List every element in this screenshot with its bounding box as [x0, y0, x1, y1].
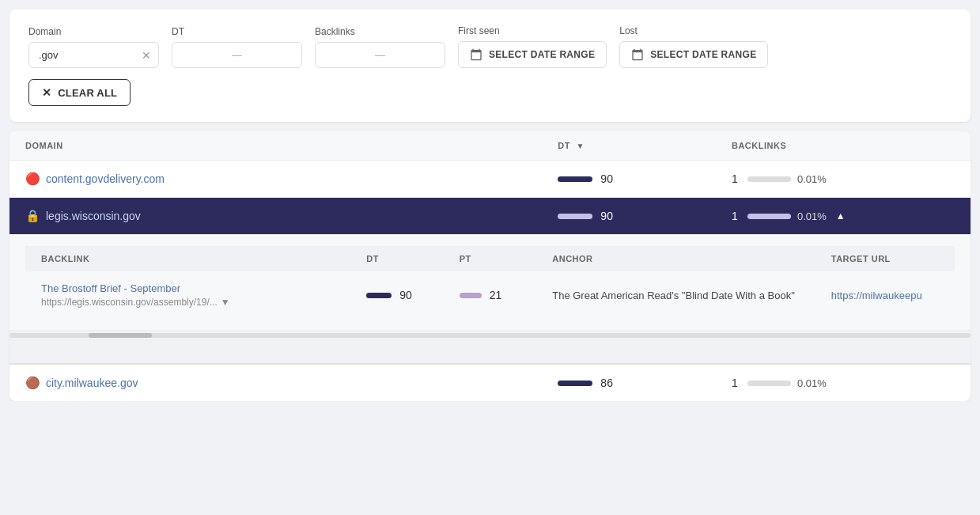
bl-percent-expanded: 0.01%: [797, 210, 827, 222]
backlinks-filter-group: Backlinks: [315, 26, 445, 68]
dt-number-city: 86: [600, 377, 613, 389]
expand-arrow[interactable]: ▲: [836, 210, 846, 222]
dropdown-arrow[interactable]: ▼: [221, 297, 230, 308]
sub-col-backlink: BACKLINK: [25, 246, 350, 271]
bl-value-cell: 1 0.01%: [732, 172, 955, 185]
bl-value-cell-city: 1 0.01%: [732, 377, 955, 389]
dt-bar-city: [558, 381, 592, 386]
filter-panel: Domain ✕ DT Backlinks First seen: [9, 9, 971, 122]
col-header-backlinks: BACKLINKS: [716, 131, 971, 161]
scroll-cell: ‹: [9, 331, 971, 341]
backlink-primary-link[interactable]: The Brostoff Brief - September: [41, 282, 335, 294]
target-url-link[interactable]: https://milwaukeepu: [831, 290, 922, 301]
dt-number-expanded: 90: [600, 210, 613, 222]
sub-dt-value: 90: [366, 289, 428, 301]
main-table-body: 🔴 content.govdelivery.com 90 1 0.01%: [9, 161, 971, 402]
domain-text-city: city.milwaukee.gov: [46, 377, 138, 389]
calendar-icon-lost: [631, 48, 644, 61]
table-row-expanded[interactable]: 🔒 legis.wisconsin.gov 90 1 0.01%: [9, 198, 971, 235]
dt-value-cell-city: 86: [558, 377, 700, 389]
sub-table-cell: BACKLINK DT PT ANCHOR TARGET URL: [9, 235, 971, 331]
col-header-dt[interactable]: DT ▼: [542, 131, 716, 161]
first-seen-btn-label: SELECT DATE RANGE: [489, 49, 595, 60]
table-row-city[interactable]: 🟤 city.milwaukee.gov 86 1 0.01%: [9, 364, 971, 401]
clear-all-button[interactable]: ✕ CLEAR ALL: [28, 79, 131, 106]
dt-cell: 90: [542, 161, 716, 198]
sub-pt-bar: [460, 293, 482, 298]
sub-table: BACKLINK DT PT ANCHOR TARGET URL: [25, 246, 955, 319]
bl-count: 1: [732, 172, 741, 185]
bl-value-cell-expanded: 1 0.01% ▲: [732, 210, 955, 222]
main-table-container: DOMAIN DT ▼ BACKLINKS 🔴 content.govdeliv…: [9, 131, 971, 401]
dt-filter-group: DT: [172, 26, 302, 68]
bl-bar-city: [747, 381, 791, 386]
backlink-secondary: https://legis.wisconsin.gov/assembly/19/…: [41, 297, 335, 308]
domain-text-expanded: legis.wisconsin.gov: [46, 210, 141, 222]
dt-value-cell-expanded: 90: [558, 210, 700, 222]
domain-cell: 🔴 content.govdelivery.com: [9, 161, 542, 198]
dt-bar-expanded: [558, 214, 592, 219]
backlinks-input[interactable]: [315, 42, 445, 68]
domain-cell-expanded: 🔒 legis.wisconsin.gov: [9, 198, 542, 235]
sub-pt-number: 21: [490, 289, 502, 301]
spacer-row: [9, 341, 971, 365]
lost-date-button[interactable]: SELECT DATE RANGE: [619, 41, 768, 68]
favicon-expanded: 🔒: [25, 209, 40, 223]
filter-row: Domain ✕ DT Backlinks First seen: [28, 25, 952, 68]
backlinks-input-wrap: [315, 42, 445, 68]
scroll-thumb[interactable]: [89, 333, 152, 338]
bl-percent-city: 0.01%: [797, 377, 827, 389]
sub-dt-bar: [366, 293, 392, 298]
domain-input[interactable]: [28, 42, 159, 68]
sub-col-anchor: ANCHOR: [536, 246, 815, 271]
bl-count-city: 1: [732, 377, 741, 389]
dt-input-wrap: [172, 42, 302, 68]
scroll-track: [9, 333, 971, 338]
first-seen-date-button[interactable]: SELECT DATE RANGE: [458, 41, 607, 68]
favicon-city: 🟤: [25, 376, 40, 390]
sub-table-body: The Brostoff Brief - September https://l…: [25, 271, 955, 319]
bl-bar: [747, 176, 791, 182]
dt-cell-expanded: 90: [542, 198, 716, 235]
spacer-cell: [9, 341, 971, 365]
dt-input[interactable]: [172, 42, 302, 68]
backlink-cell: The Brostoff Brief - September https://l…: [41, 282, 335, 308]
domain-link-expanded[interactable]: 🔒 legis.wisconsin.gov: [25, 209, 526, 223]
sub-dt-cell: 90: [350, 271, 444, 319]
sub-target-cell: https://milwaukeepu: [815, 271, 955, 319]
dt-cell-city: 86: [542, 364, 716, 401]
bl-count-expanded: 1: [732, 210, 741, 222]
sub-backlink-cell: The Brostoff Brief - September https://l…: [25, 271, 350, 319]
table-row[interactable]: 🔴 content.govdelivery.com 90 1 0.01%: [9, 161, 971, 198]
dt-label: DT: [172, 26, 302, 37]
backlinks-cell: 1 0.01%: [716, 161, 971, 198]
col-header-domain: DOMAIN: [9, 131, 542, 161]
favicon: 🔴: [25, 172, 40, 186]
domain-link[interactable]: 🔴 content.govdelivery.com: [25, 172, 526, 186]
anchor-text: The Great American Read's "Blind Date Wi…: [552, 290, 795, 301]
backlink-url: https://legis.wisconsin.gov/assembly/19/…: [41, 297, 218, 308]
bl-bar-expanded: [747, 214, 791, 219]
sub-pt-cell: 21: [444, 271, 537, 319]
lost-label: Lost: [619, 25, 768, 36]
clear-all-label: CLEAR ALL: [58, 87, 117, 99]
scroll-bar-container[interactable]: ‹: [9, 331, 971, 340]
sub-table-data-row: The Brostoff Brief - September https://l…: [25, 271, 955, 319]
first-seen-filter-group: First seen SELECT DATE RANGE: [458, 25, 607, 68]
dt-bar: [558, 176, 592, 182]
domain-link-city[interactable]: 🟤 city.milwaukee.gov: [25, 376, 526, 390]
calendar-icon: [470, 48, 482, 61]
dt-number: 90: [600, 172, 613, 185]
main-table: DOMAIN DT ▼ BACKLINKS 🔴 content.govdeliv…: [9, 131, 971, 401]
domain-label: Domain: [28, 26, 159, 37]
domain-input-wrap: ✕: [28, 42, 159, 68]
sub-pt-value: 21: [460, 289, 521, 301]
sub-table-row: BACKLINK DT PT ANCHOR TARGET URL: [9, 235, 971, 331]
backlinks-cell-expanded: 1 0.01% ▲: [716, 198, 971, 235]
clear-all-x-icon: ✕: [42, 86, 51, 99]
main-table-header: DOMAIN DT ▼ BACKLINKS: [9, 131, 971, 161]
domain-text: content.govdelivery.com: [46, 172, 165, 185]
domain-clear-icon[interactable]: ✕: [142, 49, 151, 62]
domain-cell-city: 🟤 city.milwaukee.gov: [9, 364, 542, 401]
lost-btn-label: SELECT DATE RANGE: [650, 49, 756, 60]
